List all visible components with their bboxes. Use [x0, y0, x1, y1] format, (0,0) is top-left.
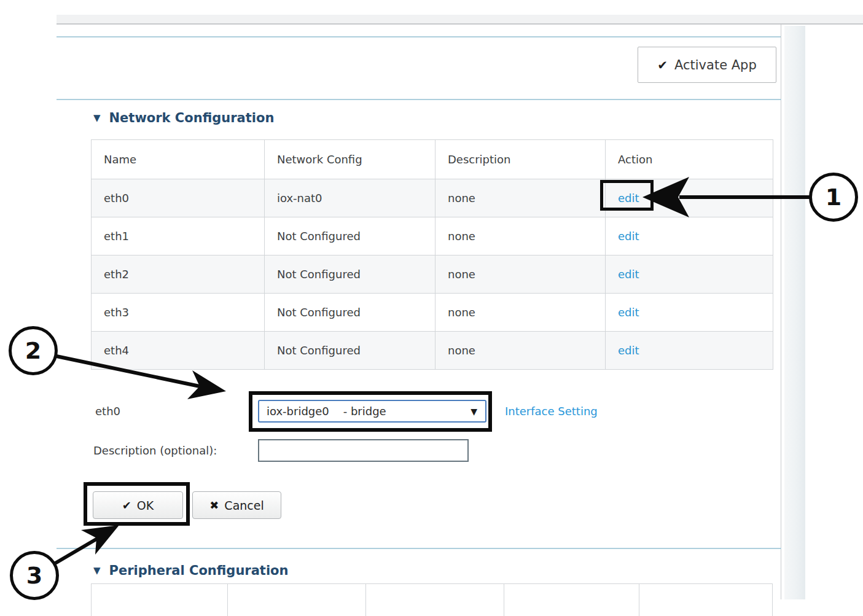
callout-number: 3: [26, 562, 42, 589]
panel-border: [781, 25, 781, 599]
activate-app-label: Activate App: [674, 58, 757, 72]
peripheral-table-border: [365, 583, 366, 616]
network-configuration-title: Network Configuration: [109, 111, 275, 125]
callout-circle-2: 2: [9, 326, 58, 375]
arrow-line-3: [55, 538, 98, 563]
collapse-triangle-icon: ▼: [93, 112, 101, 123]
column-header-action: Action: [606, 140, 773, 179]
cell-description: none: [435, 294, 606, 332]
network-config-select[interactable]: iox-bridge0 - bridge ▼: [258, 400, 486, 423]
column-header-name: Name: [92, 140, 265, 179]
section-divider: [57, 548, 781, 549]
ok-button-label: OK: [137, 499, 154, 512]
cell-name: eth4: [92, 332, 265, 370]
cell-description: none: [435, 217, 606, 255]
peripheral-table-border: [91, 583, 92, 616]
check-icon: ✔: [122, 499, 131, 512]
cell-description: none: [435, 179, 606, 217]
network-configuration-header[interactable]: ▼ Network Configuration: [93, 111, 274, 125]
arrow-head-3: [81, 525, 119, 555]
table-row-eth1: eth1 Not Configured none edit: [92, 217, 773, 255]
table-header-row: Name Network Config Description Action: [92, 140, 773, 179]
edit-link-eth3[interactable]: edit: [618, 306, 639, 319]
interface-setting-link[interactable]: Interface Setting: [505, 405, 598, 418]
cell-network-config: Not Configured: [265, 255, 435, 294]
cancel-button-label: Cancel: [224, 499, 264, 512]
table-row-eth4: eth4 Not Configured none edit: [92, 332, 773, 370]
app-hosting-network-config-page: ✔ Activate App ▼ Network Configuration N…: [0, 0, 863, 616]
callout-circle-1: 1: [809, 173, 858, 222]
arrow-head-2: [187, 370, 226, 399]
cell-name: eth1: [92, 217, 265, 255]
callout-number: 1: [826, 184, 842, 211]
activate-app-button[interactable]: ✔ Activate App: [638, 47, 776, 83]
cell-description: none: [435, 255, 606, 294]
edit-link-eth0[interactable]: edit: [618, 192, 639, 205]
peripheral-table-border: [772, 583, 773, 616]
column-header-network-config: Network Config: [265, 140, 435, 179]
collapse-triangle-icon: ▼: [93, 565, 101, 576]
chevron-down-icon: ▼: [471, 407, 485, 416]
network-config-table: Name Network Config Description Action e…: [91, 139, 773, 370]
section-divider: [57, 36, 781, 37]
column-header-description: Description: [435, 140, 606, 179]
callout-circle-3: 3: [10, 551, 59, 600]
x-icon: ✖: [209, 499, 219, 512]
interface-name-label: eth0: [95, 405, 120, 418]
edit-link-eth2[interactable]: edit: [618, 268, 639, 281]
cell-network-config: Not Configured: [265, 332, 435, 370]
section-divider: [57, 99, 781, 100]
cell-network-config: Not Configured: [265, 217, 435, 255]
top-toolbar-band: [57, 15, 863, 25]
peripheral-table-top-border: [91, 583, 773, 584]
cancel-button[interactable]: ✖ Cancel: [192, 491, 281, 519]
table-row-eth3: eth3 Not Configured none edit: [92, 294, 773, 332]
ok-button[interactable]: ✔ OK: [93, 491, 183, 519]
check-icon: ✔: [657, 58, 668, 72]
edit-link-eth1[interactable]: edit: [618, 230, 639, 243]
edit-link-eth4[interactable]: edit: [618, 344, 639, 357]
description-input[interactable]: [258, 439, 469, 462]
peripheral-table-border: [639, 583, 639, 616]
peripheral-table-border: [504, 583, 504, 616]
cell-network-config: Not Configured: [265, 294, 435, 332]
cell-network-config: iox-nat0: [265, 179, 435, 217]
cell-name: eth2: [92, 255, 265, 294]
peripheral-configuration-header[interactable]: ▼ Peripheral Configuration: [93, 563, 288, 578]
table-row-eth2: eth2 Not Configured none edit: [92, 255, 773, 294]
cell-name: eth3: [92, 294, 265, 332]
cell-name: eth0: [92, 179, 265, 217]
table-row-eth0: eth0 iox-nat0 none edit: [92, 179, 773, 217]
cell-description: none: [435, 332, 606, 370]
peripheral-table-border: [227, 583, 228, 616]
select-value: iox-bridge0 - bridge: [259, 405, 471, 418]
description-label: Description (optional):: [93, 444, 217, 457]
callout-number: 2: [25, 337, 41, 364]
peripheral-configuration-title: Peripheral Configuration: [109, 563, 289, 578]
scrollbar-track[interactable]: [784, 26, 805, 599]
